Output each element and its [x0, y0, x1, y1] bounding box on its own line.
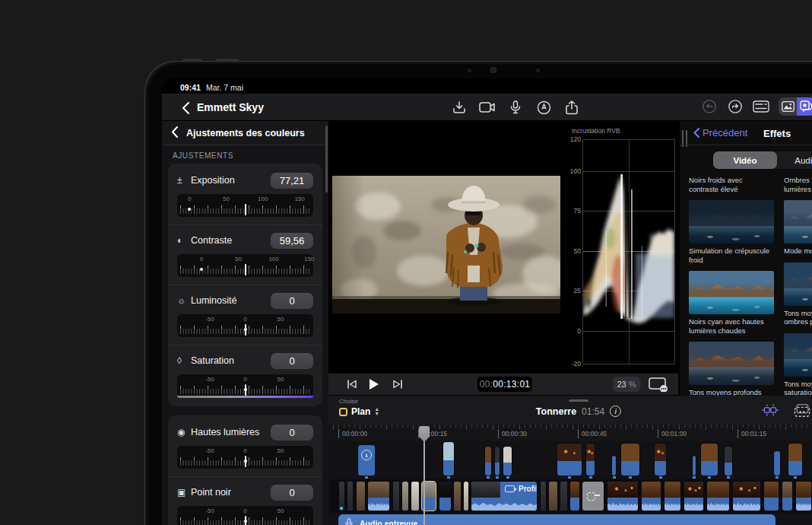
- adjustment-slider[interactable]: 050100150: [177, 254, 313, 277]
- effect-item[interactable]: Mode muet élevé: [784, 200, 812, 256]
- timeline-grabber[interactable]: [569, 399, 588, 402]
- effect-item[interactable]: Tons moyens avec ombres plus claires: [784, 262, 812, 326]
- zoom-level-control[interactable]: 23 %: [613, 377, 640, 392]
- effect-item[interactable]: Simulation de crépuscule froid: [689, 200, 774, 264]
- connected-clip[interactable]: [442, 441, 455, 476]
- video-clip[interactable]: [641, 481, 661, 511]
- camera-button[interactable]: [479, 99, 496, 116]
- video-clip[interactable]: [782, 481, 793, 511]
- adjustment-value-field[interactable]: 0: [271, 293, 313, 309]
- playhead[interactable]: [423, 428, 425, 525]
- connected-clip[interactable]: [700, 443, 718, 476]
- undo-button[interactable]: [701, 98, 718, 115]
- adjustment-slider[interactable]: -50050: [177, 446, 313, 469]
- connected-clip[interactable]: [357, 444, 376, 476]
- effect-thumbnail[interactable]: [689, 271, 774, 314]
- previous-frame-button[interactable]: [344, 377, 358, 391]
- effect-item[interactable]: Noirs froids avec contraste élevé: [689, 176, 774, 193]
- video-clip[interactable]: [411, 481, 420, 511]
- connected-clip[interactable]: [611, 455, 617, 476]
- back-button[interactable]: [177, 100, 194, 116]
- adjustment-value-field[interactable]: 59,56: [271, 233, 313, 249]
- effects-browser-button[interactable]: [797, 97, 812, 116]
- slider-cursor[interactable]: [245, 456, 246, 467]
- video-clip[interactable]: [463, 481, 469, 511]
- video-clip[interactable]: [795, 481, 812, 511]
- share-button[interactable]: [563, 99, 580, 116]
- video-clip[interactable]: [684, 481, 704, 511]
- timeline-ruler[interactable]: 00:00:0000:00:1500:00:3000:00:4500:01:00…: [328, 425, 812, 441]
- connected-clip[interactable]: [773, 450, 781, 476]
- video-clip[interactable]: [706, 481, 730, 511]
- video-clip[interactable]: [763, 481, 779, 511]
- slider-cursor[interactable]: [245, 204, 246, 215]
- video-clip[interactable]: [356, 481, 366, 511]
- clip-browser-button[interactable]: [794, 402, 810, 418]
- adjustment-slider[interactable]: -50050: [177, 506, 313, 525]
- display-options-button[interactable]: [647, 377, 670, 391]
- video-clip[interactable]: [338, 481, 345, 511]
- connected-clip[interactable]: [692, 455, 696, 476]
- connected-clip[interactable]: [585, 443, 595, 476]
- import-button[interactable]: [451, 99, 468, 116]
- connected-clip[interactable]: [620, 443, 640, 476]
- video-clip[interactable]: [732, 481, 761, 511]
- next-frame-button[interactable]: [391, 377, 404, 391]
- redo-button[interactable]: [727, 98, 744, 115]
- video-clip[interactable]: [392, 481, 400, 511]
- connected-clip[interactable]: [654, 443, 667, 476]
- adjustment-value-field[interactable]: 0: [271, 425, 313, 441]
- adjustment-slider[interactable]: -50050: [177, 374, 313, 397]
- timecode-display[interactable]: 00:00:13:01: [477, 377, 532, 392]
- slider-cursor[interactable]: [245, 516, 246, 525]
- tab-video[interactable]: Vidéo: [713, 151, 777, 169]
- info-icon[interactable]: i: [610, 406, 621, 417]
- keyboard-button[interactable]: [753, 98, 769, 115]
- effect-thumbnail[interactable]: [784, 262, 812, 306]
- draw-button[interactable]: [535, 99, 552, 116]
- effects-back-button[interactable]: Précédent: [693, 127, 747, 138]
- adjustment-value-field[interactable]: 0: [271, 485, 313, 501]
- video-clip[interactable]: [664, 481, 681, 511]
- connected-clip[interactable]: [788, 443, 803, 476]
- effect-thumbnail[interactable]: [689, 342, 774, 385]
- slider-cursor[interactable]: [245, 384, 246, 396]
- video-clip[interactable]: [569, 481, 580, 511]
- video-clip[interactable]: [347, 481, 354, 511]
- video-clip[interactable]: [401, 481, 409, 511]
- microphone-button[interactable]: [507, 99, 524, 116]
- effect-item[interactable]: Tons moyens avec saturation élevée: [784, 333, 812, 397]
- video-clip[interactable]: [439, 481, 452, 511]
- adjustment-slider[interactable]: -50050: [177, 314, 313, 337]
- slider-cursor[interactable]: [245, 324, 246, 336]
- video-preview[interactable]: [332, 176, 560, 313]
- video-clip[interactable]: [548, 481, 558, 511]
- adjustment-slider[interactable]: 050100150: [177, 194, 313, 217]
- tab-audio[interactable]: Audio: [777, 151, 812, 169]
- color-panel-back-button[interactable]: [171, 126, 178, 138]
- connected-clip[interactable]: [724, 446, 733, 476]
- video-clip[interactable]: [560, 481, 568, 511]
- scrollbar[interactable]: [325, 126, 328, 192]
- connected-clip[interactable]: [503, 446, 512, 476]
- clip-selector[interactable]: Plan ▲▼: [339, 406, 379, 417]
- connected-clip[interactable]: [484, 446, 492, 476]
- adjustment-value-field[interactable]: 0: [271, 353, 313, 369]
- video-clip[interactable]: [453, 481, 462, 511]
- slider-cursor[interactable]: [245, 264, 246, 275]
- connected-clip[interactable]: [494, 446, 500, 476]
- media-browser-button[interactable]: [779, 97, 797, 116]
- effect-item[interactable]: Noirs cyan avec hautes lumières chaudes: [689, 271, 774, 335]
- video-clip[interactable]: [607, 481, 639, 511]
- video-clip[interactable]: [540, 481, 547, 511]
- gap-clip[interactable]: [582, 481, 604, 511]
- effect-thumbnail[interactable]: [689, 200, 774, 243]
- connected-clips-button[interactable]: [762, 402, 779, 418]
- effect-thumbnail[interactable]: [784, 200, 812, 243]
- connected-clip[interactable]: [557, 443, 582, 476]
- audio-clip[interactable]: Audio entrevue: [338, 514, 776, 525]
- play-button[interactable]: [367, 377, 381, 391]
- video-clip[interactable]: [367, 481, 390, 511]
- effect-thumbnail[interactable]: [784, 333, 812, 377]
- effect-item[interactable]: Ombres froides avec lumières chaudes: [784, 176, 812, 193]
